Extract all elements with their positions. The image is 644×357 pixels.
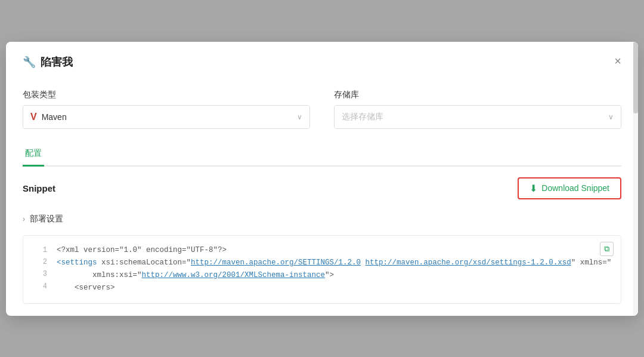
repository-placeholder: 选择存储库 (342, 112, 608, 122)
modal-title-wrap: 🔧 陷害我 (23, 55, 73, 69)
code-copy-button[interactable]: ⧉ (600, 242, 614, 256)
content-area: Snippet ⬇ Download Snippet › 部署设置 ⧉ (23, 177, 621, 304)
deploy-settings-label: 部署设置 (30, 214, 63, 224)
maven-icon: V (30, 112, 37, 122)
package-type-arrow-icon: ∨ (297, 113, 302, 121)
modal-overlay: 🔧 陷害我 × 包装类型 V Maven ∨ (0, 0, 644, 357)
package-type-label: 包装类型 (23, 90, 310, 100)
repository-select[interactable]: 选择存储库 ∨ (334, 105, 621, 129)
close-button[interactable]: × (612, 53, 624, 69)
snippet-header: Snippet ⬇ Download Snippet (23, 177, 621, 199)
line-numbers: 1 2 3 4 (33, 244, 47, 295)
form-row: 包装类型 V Maven ∨ 存储库 选择存储库 ∨ (23, 90, 621, 129)
modal-header: 🔧 陷害我 × (6, 42, 638, 79)
modal-title: 陷害我 (41, 55, 73, 69)
tab-config[interactable]: 配置 (23, 143, 44, 167)
copy-icon: ⧉ (604, 244, 609, 253)
package-type-group: 包装类型 V Maven ∨ (23, 90, 310, 129)
modal-body: 包装类型 V Maven ∨ 存储库 选择存储库 ∨ (6, 79, 638, 316)
code-lines: 1 2 3 4 <?xml version="1.0" encoding="UT… (33, 244, 611, 295)
deploy-settings-row[interactable]: › 部署设置 (23, 208, 621, 230)
scrollbar-track[interactable] (633, 42, 638, 316)
code-line-4: <servers> (57, 282, 611, 294)
repository-arrow-icon: ∨ (608, 113, 614, 121)
deploy-chevron-icon: › (23, 215, 25, 223)
download-icon: ⬇ (530, 183, 537, 194)
wrench-icon: 🔧 (23, 56, 36, 69)
modal-dialog: 🔧 陷害我 × 包装类型 V Maven ∨ (6, 42, 638, 316)
code-line-3: xmlns:xsi="http://www.w3.org/2001/XMLSch… (57, 269, 611, 282)
package-type-select[interactable]: V Maven ∨ (23, 105, 310, 129)
snippet-label: Snippet (23, 183, 55, 193)
repository-group: 存储库 选择存储库 ∨ (334, 90, 621, 129)
download-snippet-button[interactable]: ⬇ Download Snippet (518, 177, 621, 199)
package-type-value: V Maven (30, 112, 297, 122)
code-line-2: <settings xsi:schemaLocation="http://mav… (57, 257, 611, 269)
tabs-row: 配置 (23, 143, 621, 167)
code-content: <?xml version="1.0" encoding="UTF-8"?> <… (57, 244, 611, 295)
scrollbar-thumb[interactable] (633, 42, 638, 113)
code-line-1: <?xml version="1.0" encoding="UTF-8"?> (57, 244, 611, 257)
repository-label: 存储库 (334, 90, 621, 100)
code-block: ⧉ 1 2 3 4 <?xml version="1.0" encoding="… (23, 235, 621, 304)
